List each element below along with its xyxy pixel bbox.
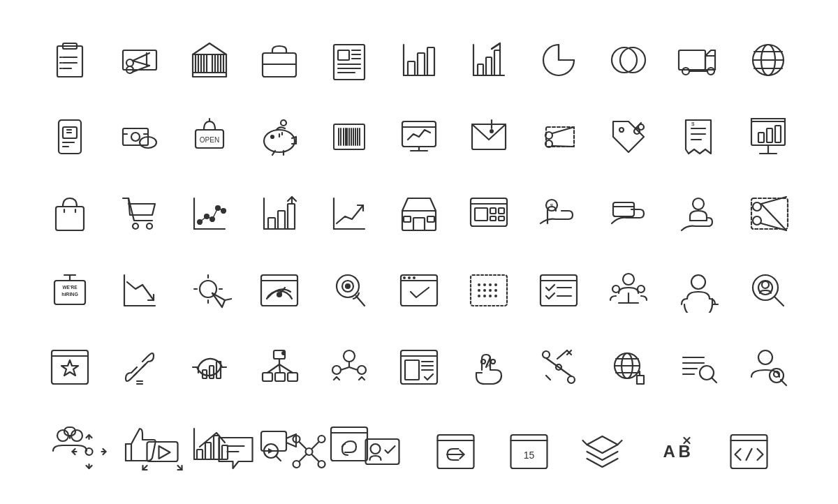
svg-point-190 — [483, 289, 486, 292]
svg-rect-147 — [490, 216, 496, 221]
svg-point-228 — [344, 350, 355, 362]
icon-refresh-person — [663, 252, 733, 329]
svg-text:B: B — [679, 442, 691, 461]
icon-truck — [663, 22, 733, 98]
icon-clipboard — [35, 22, 105, 98]
svg-point-70 — [271, 135, 274, 138]
icon-scissors-banner — [105, 22, 175, 98]
svg-point-194 — [483, 295, 486, 297]
svg-point-229 — [332, 366, 341, 374]
svg-point-155 — [753, 216, 761, 225]
icon-bar-chart — [384, 22, 454, 98]
svg-rect-137 — [402, 211, 436, 230]
icon-briefcase — [244, 22, 314, 98]
svg-point-191 — [489, 289, 492, 292]
svg-line-305 — [300, 454, 307, 461]
svg-point-193 — [478, 295, 480, 297]
icon-web-arrow-link — [421, 413, 491, 490]
svg-rect-116 — [775, 126, 781, 142]
svg-point-94 — [490, 129, 494, 133]
svg-rect-26 — [338, 50, 349, 60]
svg-rect-41 — [486, 57, 492, 75]
icon-refresh-chart — [175, 329, 244, 406]
icon-chart-down — [105, 252, 175, 329]
svg-point-69 — [264, 130, 295, 152]
svg-point-153 — [693, 198, 704, 209]
icon-venn — [594, 22, 663, 98]
icon-store — [384, 175, 454, 252]
svg-line-210 — [774, 297, 784, 306]
icon-nodes-network — [274, 413, 344, 490]
svg-line-43 — [492, 43, 500, 49]
icon-click-light — [175, 252, 244, 329]
icon-browser-task — [524, 252, 594, 329]
svg-point-192 — [494, 289, 497, 292]
svg-text:$: $ — [691, 121, 695, 127]
svg-rect-95 — [546, 127, 574, 147]
svg-point-244 — [543, 351, 550, 358]
svg-line-303 — [300, 442, 307, 449]
svg-text:WE'RE: WE'RE — [62, 285, 78, 290]
svg-rect-221 — [275, 373, 285, 381]
icon-web-layout — [384, 329, 454, 406]
icon-person-hand — [663, 175, 733, 252]
svg-line-266 — [781, 380, 786, 385]
svg-rect-292 — [147, 442, 178, 461]
icon-layers-expand — [568, 413, 638, 490]
icon-analytics-screen — [384, 98, 454, 175]
svg-rect-117 — [56, 207, 84, 230]
icon-web-analytics — [454, 175, 524, 252]
icon-hiring-sign: WE'RE hiRING — [35, 252, 105, 329]
svg-text:hiRING: hiRING — [61, 292, 78, 297]
svg-rect-142 — [471, 198, 507, 226]
svg-rect-197 — [541, 275, 577, 306]
svg-rect-35 — [408, 61, 415, 75]
svg-marker-15 — [193, 43, 226, 54]
icon-scissors-cut2 — [733, 175, 803, 252]
svg-point-48 — [707, 68, 714, 75]
svg-point-230 — [358, 366, 366, 374]
svg-rect-236 — [405, 360, 419, 380]
svg-point-287 — [86, 448, 93, 455]
icon-web-check — [384, 252, 454, 329]
svg-point-189 — [478, 289, 480, 292]
svg-line-250 — [546, 376, 550, 380]
svg-rect-19 — [204, 54, 207, 73]
icon-scatter-chart — [175, 175, 244, 252]
svg-rect-148 — [499, 216, 504, 221]
svg-rect-0 — [57, 46, 82, 77]
svg-line-306 — [312, 454, 319, 461]
svg-line-316 — [618, 440, 622, 445]
icon-barcode — [314, 98, 384, 175]
svg-rect-144 — [475, 208, 487, 221]
svg-line-226 — [279, 364, 293, 373]
icon-touch-percent: % — [454, 329, 524, 406]
svg-marker-293 — [159, 446, 170, 459]
icon-bank — [175, 22, 244, 98]
bottom-row: 15 A B — [54, 413, 784, 490]
svg-rect-88 — [402, 121, 436, 147]
icon-pie-chart — [524, 22, 594, 98]
svg-rect-115 — [767, 128, 772, 142]
svg-marker-213 — [61, 360, 78, 376]
svg-rect-132 — [278, 211, 285, 229]
icon-person-search — [733, 329, 803, 406]
icon-code-tag — [714, 413, 784, 490]
svg-point-182 — [408, 276, 411, 279]
icon-money — [105, 98, 175, 175]
svg-point-188 — [494, 283, 497, 286]
svg-point-240 — [481, 360, 485, 364]
svg-text:OPEN: OPEN — [200, 136, 219, 144]
svg-point-183 — [413, 276, 416, 279]
svg-rect-220 — [263, 373, 272, 381]
icon-list-search — [663, 329, 733, 406]
svg-rect-42 — [494, 50, 500, 75]
icon-video-expand — [128, 413, 198, 490]
icon-globe-tag — [594, 329, 663, 406]
svg-text:$: $ — [550, 202, 554, 209]
svg-text:15: 15 — [524, 450, 535, 461]
svg-point-264 — [758, 350, 772, 364]
svg-point-201 — [623, 274, 634, 285]
icon-trend-up — [314, 175, 384, 252]
svg-rect-131 — [268, 218, 275, 229]
